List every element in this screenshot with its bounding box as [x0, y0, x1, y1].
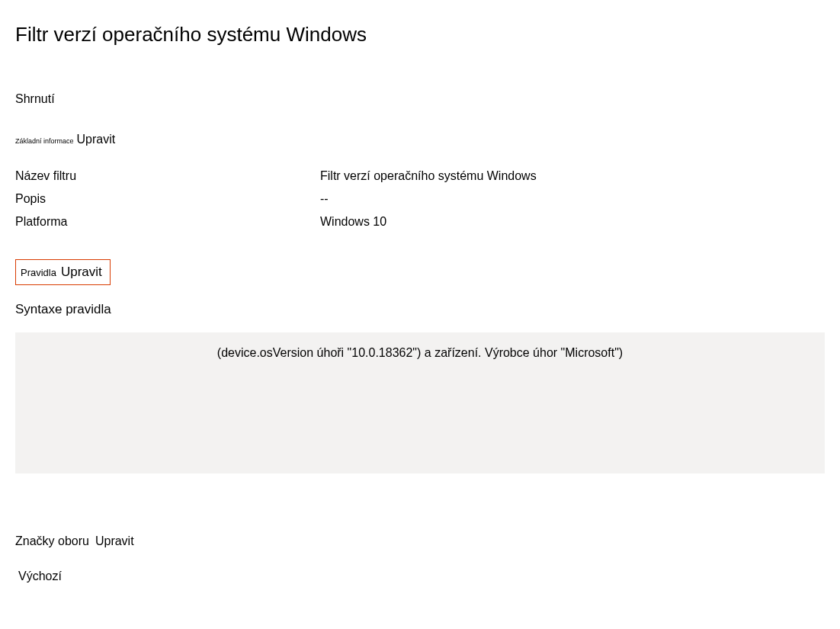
platform-value: Windows 10	[320, 215, 386, 229]
info-table: Název filtru Filtr verzí operačního syst…	[15, 169, 825, 229]
syntax-box: (device.osVersion úhoři "10.0.18362") a …	[15, 332, 825, 473]
scope-tags-section: Značky oboru Upravit	[15, 534, 825, 548]
page-title: Filtr verzí operačního systému Windows	[15, 23, 825, 47]
info-row-description: Popis --	[15, 192, 825, 206]
rules-label: Pravidla	[21, 267, 56, 278]
info-row-filter-name: Název filtru Filtr verzí operačního syst…	[15, 169, 825, 183]
summary-header: Shrnutí	[15, 92, 825, 106]
scope-edit-link[interactable]: Upravit	[95, 534, 134, 548]
scope-label: Značky oboru	[15, 534, 89, 548]
basic-info-edit-link[interactable]: Upravit	[77, 133, 116, 146]
description-value: --	[320, 192, 329, 206]
platform-label: Platforma	[15, 215, 320, 229]
filter-name-label: Název filtru	[15, 169, 320, 183]
basic-info-section: Základní informace Upravit	[15, 133, 825, 146]
scope-value: Výchozí	[18, 570, 825, 583]
rules-edit-link[interactable]: Upravit	[61, 265, 102, 280]
syntax-label: Syntaxe pravidla	[15, 302, 825, 317]
info-row-platform: Platforma Windows 10	[15, 215, 825, 229]
filter-name-value: Filtr verzí operačního systému Windows	[320, 169, 537, 183]
rules-section-header: Pravidla Upravit	[15, 259, 111, 285]
basic-info-label: Základní informace	[15, 137, 74, 145]
description-label: Popis	[15, 192, 320, 206]
